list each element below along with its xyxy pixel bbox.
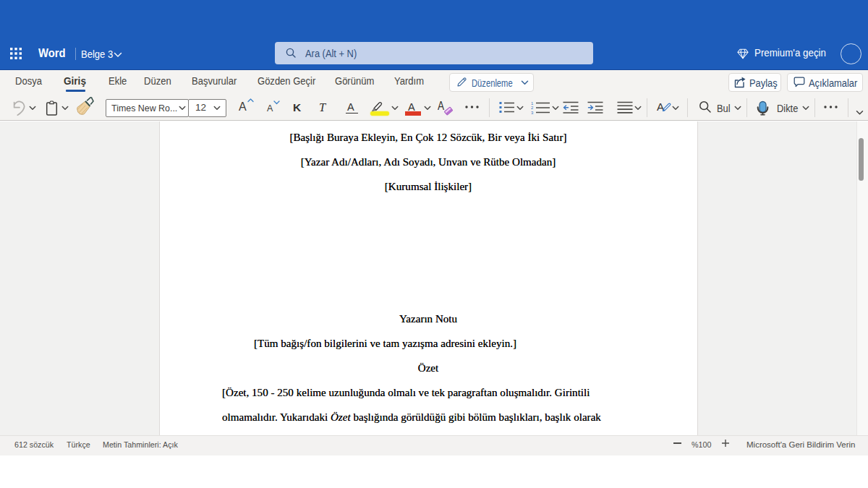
svg-text:1: 1 — [531, 101, 534, 106]
svg-text:2: 2 — [531, 106, 534, 110]
svg-text:3: 3 — [531, 111, 534, 115]
